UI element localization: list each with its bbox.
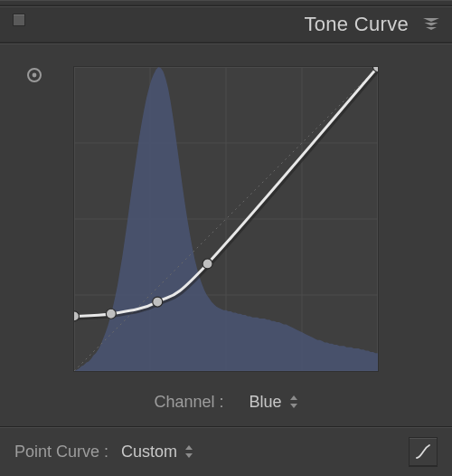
curve-edit-icon: [414, 443, 432, 461]
point-curve-value: Custom: [121, 443, 177, 462]
panel-footer: Point Curve : Custom: [0, 426, 452, 476]
targeted-adjustment-tool[interactable]: [25, 66, 43, 84]
svg-point-14: [153, 297, 163, 307]
panel-header: Tone Curve: [0, 6, 452, 43]
channel-label: Channel :: [154, 393, 223, 412]
panel-disclosure-icon[interactable]: [423, 18, 439, 31]
select-stepper-icon: [184, 445, 193, 458]
point-curve-label: Point Curve :: [14, 443, 108, 462]
channel-select[interactable]: Blue: [250, 393, 298, 412]
svg-marker-20: [185, 453, 193, 458]
titlebar-strip: [0, 0, 452, 6]
panel-title: Tone Curve: [304, 13, 409, 36]
edit-point-curve-button[interactable]: [409, 437, 438, 466]
svg-point-12: [74, 311, 80, 321]
point-curve-select[interactable]: Custom: [121, 443, 193, 462]
svg-point-13: [106, 309, 116, 319]
svg-marker-0: [423, 18, 439, 22]
panel-toggle-switch[interactable]: [13, 14, 25, 26]
svg-marker-1: [425, 23, 438, 26]
svg-marker-18: [290, 404, 297, 408]
channel-row: Channel : Blue: [18, 388, 434, 415]
tone-curve-graph[interactable]: [73, 66, 379, 372]
panel-body: Channel : Blue: [0, 43, 452, 426]
svg-marker-19: [185, 445, 193, 450]
channel-value: Blue: [250, 393, 282, 412]
svg-point-4: [33, 73, 37, 78]
svg-marker-2: [426, 27, 437, 30]
svg-point-15: [202, 259, 212, 269]
svg-marker-17: [290, 395, 297, 400]
tone-curve-panel: Tone Curve Channel : Blue: [0, 0, 452, 476]
select-stepper-icon: [289, 395, 298, 408]
